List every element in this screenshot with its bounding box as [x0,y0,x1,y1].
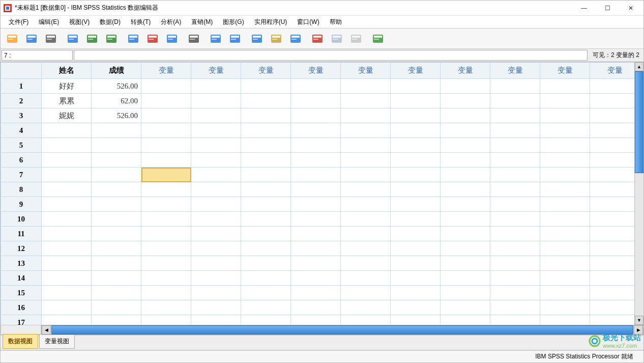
cell[interactable] [241,212,291,227]
save-icon[interactable] [23,30,40,47]
cell[interactable]: 526.00 [92,79,141,94]
cell[interactable] [341,197,391,212]
row-header[interactable]: 3 [1,108,42,123]
menu-item[interactable]: 窗口(W) [292,16,324,28]
cell[interactable] [540,79,590,94]
cell[interactable] [42,212,92,227]
minimize-button[interactable]: — [572,1,596,15]
cell[interactable] [42,167,92,182]
cell[interactable] [141,212,191,227]
cell[interactable] [191,197,241,212]
cell[interactable] [391,227,441,241]
cell[interactable] [391,241,441,256]
cell[interactable] [291,241,341,256]
cell[interactable] [341,286,391,300]
cell[interactable] [92,123,141,138]
cell[interactable] [441,79,490,94]
cell[interactable] [92,227,141,241]
cell[interactable] [241,153,291,167]
cell[interactable] [540,167,590,182]
cell[interactable] [291,108,341,123]
print-icon[interactable] [42,30,60,47]
menu-item[interactable]: 转换(T) [126,16,156,28]
cell[interactable] [92,153,141,167]
column-header-placeholder[interactable]: 变量 [341,63,391,79]
cell[interactable] [540,182,590,197]
cell[interactable] [291,212,341,227]
cell[interactable]: 妮妮 [42,108,92,123]
cell[interactable] [341,300,391,315]
cell[interactable]: 526.00 [92,108,141,123]
column-header-placeholder[interactable]: 变量 [191,63,241,79]
cell[interactable] [590,153,640,167]
cell[interactable] [540,153,590,167]
goto-case-icon[interactable] [125,30,142,47]
cell[interactable] [540,108,590,123]
tab-variable-view[interactable]: 变量视图 [39,334,75,349]
cell[interactable] [291,286,341,300]
cell[interactable] [490,197,540,212]
menu-item[interactable]: 数据(D) [95,16,126,28]
row-header[interactable]: 16 [1,300,42,315]
row-header[interactable]: 14 [1,271,42,286]
cell[interactable] [241,182,291,197]
cell[interactable] [540,241,590,256]
cell[interactable] [291,79,341,94]
cell[interactable] [441,138,490,153]
cell[interactable] [540,123,590,138]
split-icon[interactable] [248,30,266,47]
cell[interactable]: 好好 [42,79,92,94]
row-header[interactable]: 7 [1,167,42,182]
cell[interactable] [490,241,540,256]
cell[interactable] [291,315,341,325]
cell[interactable] [42,315,92,325]
insert-var-icon[interactable] [226,30,244,47]
cell[interactable] [141,167,191,182]
cell[interactable] [241,241,291,256]
cell[interactable] [291,167,341,182]
cell[interactable] [42,227,92,241]
cell[interactable]: 累累 [42,94,92,108]
cell[interactable] [241,286,291,300]
cell-value-box[interactable] [74,50,588,61]
row-header[interactable]: 10 [1,212,42,227]
cell[interactable] [141,182,191,197]
cell[interactable] [141,241,191,256]
weight-icon[interactable] [268,30,285,47]
cell[interactable] [141,108,191,123]
cell[interactable] [92,138,141,153]
cell[interactable] [540,286,590,300]
cell[interactable] [391,108,441,123]
cell[interactable] [191,271,241,286]
cell[interactable] [191,182,241,197]
cell[interactable] [590,227,640,241]
open-icon[interactable] [4,30,21,47]
cell[interactable] [441,286,490,300]
cell[interactable] [590,94,640,108]
cell[interactable] [341,167,391,182]
cell[interactable] [540,212,590,227]
cell[interactable] [590,315,640,325]
undo-icon[interactable] [83,30,101,47]
cell[interactable] [291,256,341,271]
cell[interactable] [590,197,640,212]
cell[interactable] [540,315,590,325]
cell[interactable] [42,286,92,300]
cell[interactable] [291,227,341,241]
column-header-placeholder[interactable]: 变量 [241,63,291,79]
cell[interactable] [490,123,540,138]
cell[interactable] [540,300,590,315]
cell[interactable] [590,123,640,138]
maximize-button[interactable]: ☐ [596,1,619,15]
cell[interactable] [241,256,291,271]
cell[interactable] [291,94,341,108]
cell[interactable] [490,182,540,197]
insert-case-icon[interactable] [207,30,224,47]
cell[interactable] [141,286,191,300]
cell[interactable] [291,153,341,167]
cell[interactable] [540,197,590,212]
cell[interactable] [141,138,191,153]
cell[interactable] [490,300,540,315]
cell[interactable] [590,271,640,286]
cell[interactable] [490,167,540,182]
